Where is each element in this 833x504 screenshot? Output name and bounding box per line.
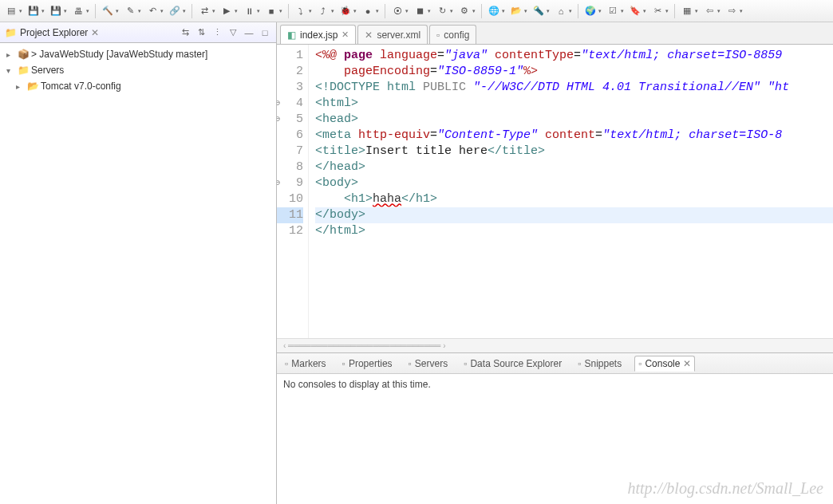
code-line-11[interactable]: </body> <box>315 207 833 223</box>
dropdown-icon[interactable]: ▾ <box>64 8 67 14</box>
dropdown-icon[interactable]: ▾ <box>524 8 527 14</box>
code-line-9[interactable]: <body> <box>315 175 833 191</box>
open-folder-button[interactable]: 📂 <box>508 3 524 19</box>
dropdown-icon[interactable]: ▾ <box>41 8 45 14</box>
bottom-tab-snippets[interactable]: ▫Snippets <box>574 356 625 371</box>
step-button[interactable]: ⤵ <box>293 3 309 19</box>
code-line-12[interactable]: </html> <box>315 223 833 239</box>
perspective-button[interactable]: ▦ <box>679 3 695 19</box>
code-line-7[interactable]: <title>Insert title here</title> <box>315 144 833 159</box>
step-over-button[interactable]: ⤴ <box>315 3 331 19</box>
dropdown-icon[interactable]: ▾ <box>502 8 505 14</box>
code-line-2[interactable]: pageEncoding="ISO-8859-1"%> <box>315 64 833 80</box>
prev-button[interactable]: ⇦ <box>701 3 717 19</box>
dropdown-icon[interactable]: ▾ <box>472 8 476 14</box>
bottom-tab-data-source-explorer[interactable]: ▫Data Source Explorer <box>460 356 565 371</box>
home-button[interactable]: ⌂ <box>553 3 569 19</box>
undo-button[interactable]: ↶ <box>144 3 160 19</box>
dropdown-icon[interactable]: ▾ <box>376 8 379 14</box>
minimize-icon[interactable]: — <box>243 26 255 39</box>
plugin-button[interactable]: ⚙ <box>456 3 472 19</box>
stop2-button[interactable]: ◼ <box>412 3 428 19</box>
bottom-tab-console[interactable]: ▫Console ✕ <box>634 356 695 372</box>
dropdown-icon[interactable]: ▾ <box>665 8 669 14</box>
dropdown-icon[interactable]: ▾ <box>160 8 164 14</box>
swap-button[interactable]: ⇄ <box>196 3 212 19</box>
code-editor[interactable]: 123456789101112 <%@ page language="java"… <box>277 45 833 338</box>
dropdown-icon[interactable]: ▾ <box>643 8 646 14</box>
link-editor-icon[interactable]: ⇅ <box>195 26 207 39</box>
dropdown-icon[interactable]: ▾ <box>569 8 572 14</box>
next-button[interactable]: ⇨ <box>724 3 740 19</box>
project-tree[interactable]: ▸📦 > JavaWebStudy [JavaWebStudy master]▾… <box>0 43 276 504</box>
dropdown-icon[interactable]: ▾ <box>717 8 720 14</box>
task-button[interactable]: ☑ <box>605 3 621 19</box>
code-line-6[interactable]: <meta http-equiv="Content-Type" content=… <box>315 128 833 144</box>
close-view-icon[interactable]: ✕ <box>91 27 99 38</box>
play-button[interactable]: ▶ <box>219 3 235 19</box>
editor-tab-index.jsp[interactable]: ◧index.jsp✕ <box>280 25 356 44</box>
filter-icon[interactable]: ⋮ <box>211 26 223 39</box>
dropdown-icon[interactable]: ▾ <box>309 8 312 14</box>
editor-tab-config[interactable]: ▫config <box>429 25 476 44</box>
dropdown-icon[interactable]: ▾ <box>331 8 334 14</box>
globe-button[interactable]: 🌍 <box>582 3 598 19</box>
dropdown-icon[interactable]: ▾ <box>598 8 602 14</box>
code-line-5[interactable]: <head> <box>315 112 833 128</box>
search-button[interactable]: 🔦 <box>531 3 547 19</box>
bottom-tab-properties[interactable]: ▫Properties <box>339 356 396 371</box>
save-all-button[interactable]: 💾 <box>48 3 64 19</box>
twisty-icon[interactable]: ▾ <box>6 66 16 75</box>
build-button[interactable]: 🔨 <box>100 3 116 19</box>
collapse-all-icon[interactable]: ⇆ <box>179 26 191 39</box>
dropdown-icon[interactable]: ▾ <box>19 8 22 14</box>
browser-button[interactable]: 🌐 <box>486 3 502 19</box>
link-button[interactable]: 🔗 <box>167 3 183 19</box>
code-line-8[interactable]: </head> <box>315 159 833 175</box>
bottom-tab-servers[interactable]: ▫Servers <box>405 356 452 371</box>
dropdown-icon[interactable]: ▾ <box>183 8 186 14</box>
dropdown-icon[interactable]: ▾ <box>138 8 141 14</box>
stop-button[interactable]: ■ <box>263 3 279 19</box>
maximize-icon[interactable]: □ <box>259 26 271 39</box>
tree-node-2[interactable]: ▸📂 Tomcat v7.0-config <box>0 78 276 94</box>
new-button[interactable]: ▤ <box>3 3 19 19</box>
dropdown-icon[interactable]: ▾ <box>547 8 550 14</box>
code-line-3[interactable]: <!DOCTYPE html PUBLIC "-//W3C//DTD HTML … <box>315 80 833 96</box>
dropdown-icon[interactable]: ▾ <box>740 8 743 14</box>
horizontal-scrollbar[interactable]: ‹ ═══════════════════════════ › <box>277 338 833 352</box>
dropdown-icon[interactable]: ▾ <box>450 8 453 14</box>
code-area[interactable]: <%@ page language="java" contentType="te… <box>309 45 833 338</box>
code-line-4[interactable]: <html> <box>315 96 833 112</box>
dropdown-icon[interactable]: ▾ <box>279 8 282 14</box>
dropdown-icon[interactable]: ▾ <box>405 8 409 14</box>
editor-tab-server.xml[interactable]: ✕server.xml <box>357 25 428 44</box>
dropdown-icon[interactable]: ▾ <box>116 8 119 14</box>
print-button[interactable]: 🖶 <box>70 3 86 19</box>
cut-button[interactable]: ✂ <box>649 3 665 19</box>
twisty-icon[interactable]: ▸ <box>16 82 26 91</box>
dropdown-icon[interactable]: ▾ <box>428 8 431 14</box>
dropdown-icon[interactable]: ▾ <box>621 8 624 14</box>
dropdown-icon[interactable]: ▾ <box>212 8 215 14</box>
close-tab-icon[interactable]: ✕ <box>341 30 349 40</box>
save-button[interactable]: 💾 <box>26 3 41 19</box>
dropdown-icon[interactable]: ▾ <box>353 8 357 14</box>
close-icon[interactable]: ✕ <box>683 358 691 369</box>
twisty-icon[interactable]: ▸ <box>6 50 16 59</box>
bug-button[interactable]: 🐞 <box>338 3 353 19</box>
run-button[interactable]: ● <box>360 3 376 19</box>
dropdown-icon[interactable]: ▾ <box>86 8 89 14</box>
dropdown-icon[interactable]: ▾ <box>695 8 698 14</box>
view-menu-icon[interactable]: ▽ <box>227 26 239 39</box>
run-ext-button[interactable]: ⦿ <box>389 3 405 19</box>
tag-button[interactable]: 🔖 <box>627 3 643 19</box>
refresh-button[interactable]: ↻ <box>434 3 450 19</box>
pause-button[interactable]: ⏸ <box>241 3 257 19</box>
tree-node-1[interactable]: ▾📁 Servers <box>0 62 276 78</box>
bottom-tab-markers[interactable]: ▫Markers <box>282 356 330 371</box>
dropdown-icon[interactable]: ▾ <box>257 8 260 14</box>
code-line-10[interactable]: <h1>haha</h1> <box>315 191 833 207</box>
code-line-1[interactable]: <%@ page language="java" contentType="te… <box>315 48 833 64</box>
dropdown-icon[interactable]: ▾ <box>235 8 238 14</box>
